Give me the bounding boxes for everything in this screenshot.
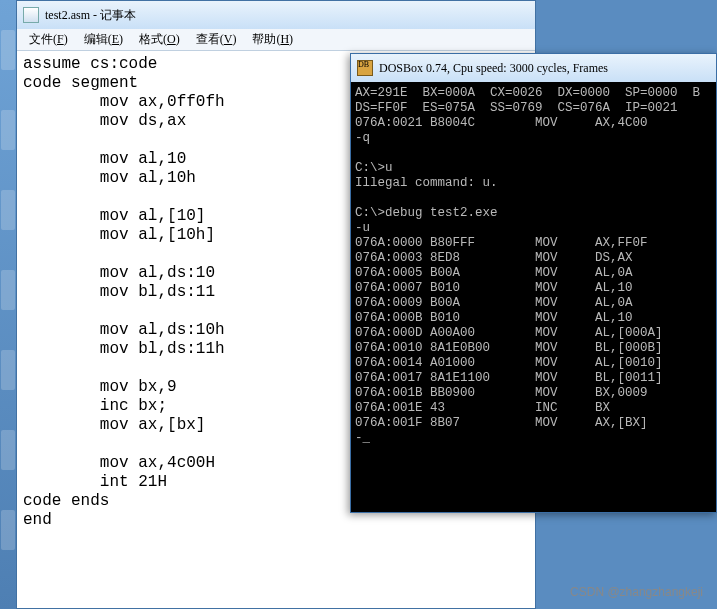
dosbox-titlebar[interactable]: DB DOSBox 0.74, Cpu speed: 3000 cycles, … xyxy=(351,54,716,82)
dosbox-title-text: DOSBox 0.74, Cpu speed: 3000 cycles, Fra… xyxy=(379,61,608,76)
menu-help[interactable]: 帮助(H) xyxy=(244,31,301,48)
dosbox-window: DB DOSBox 0.74, Cpu speed: 3000 cycles, … xyxy=(350,53,717,513)
desktop-icon-strip xyxy=(0,0,16,609)
notepad-title-text: test2.asm - 记事本 xyxy=(45,7,136,24)
menu-file[interactable]: 文件(F) xyxy=(21,31,76,48)
watermark-text: CSDN @zhangzhangkeji xyxy=(570,585,703,599)
menu-edit[interactable]: 编辑(E) xyxy=(76,31,131,48)
notepad-icon xyxy=(23,7,39,23)
menu-format[interactable]: 格式(O) xyxy=(131,31,188,48)
menu-view[interactable]: 查看(V) xyxy=(188,31,245,48)
dosbox-terminal[interactable]: AX=291E BX=000A CX=0026 DX=0000 SP=0000 … xyxy=(351,82,716,512)
notepad-menubar[interactable]: 文件(F) 编辑(E) 格式(O) 查看(V) 帮助(H) xyxy=(17,29,535,51)
notepad-titlebar[interactable]: test2.asm - 记事本 xyxy=(17,1,535,29)
dosbox-icon: DB xyxy=(357,60,373,76)
